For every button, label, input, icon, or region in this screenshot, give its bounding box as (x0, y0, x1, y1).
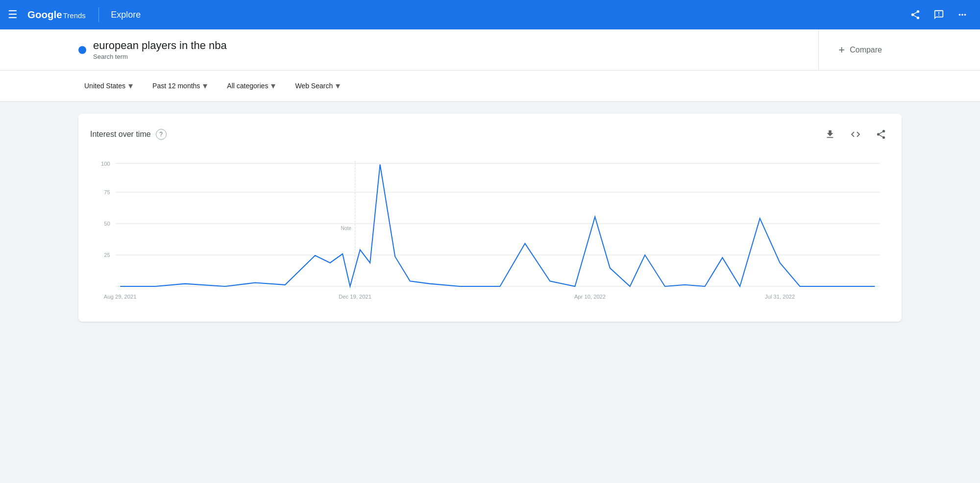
time-filter[interactable]: Past 12 months ▾ (147, 76, 213, 95)
svg-text:Jul 31, 2022: Jul 31, 2022 (765, 293, 795, 299)
svg-text:Note: Note (341, 226, 351, 231)
chart-area: 100 75 50 25 Note Aug 29, 2021 Dec 19, 2… (90, 153, 890, 310)
time-label: Past 12 months (152, 82, 200, 90)
embed-button[interactable] (847, 126, 864, 143)
share-button[interactable] (906, 5, 925, 25)
menu-icon[interactable]: ☰ (8, 8, 18, 21)
time-chevron-icon: ▾ (203, 80, 207, 91)
search-term-type: Search term (93, 53, 227, 60)
svg-text:Aug 29, 2021: Aug 29, 2021 (104, 293, 137, 299)
search-section: european players in the nba Search term … (0, 29, 980, 71)
compare-label: Compare (850, 46, 882, 54)
filter-bar: United States ▾ Past 12 months ▾ All cat… (0, 71, 980, 102)
header: ☰ Google Trends Explore (0, 0, 980, 29)
search-term-title: european players in the nba (93, 39, 227, 52)
search-type-chevron-icon: ▾ (336, 80, 340, 91)
svg-text:Dec 19, 2021: Dec 19, 2021 (339, 293, 371, 299)
feedback-button[interactable] (929, 5, 949, 25)
search-term-box: european players in the nba Search term (78, 29, 819, 70)
svg-text:Apr 10, 2022: Apr 10, 2022 (574, 293, 606, 299)
apps-button[interactable] (953, 5, 972, 25)
chart-title: Interest over time (90, 130, 151, 139)
chart-header: Interest over time ? (90, 126, 890, 143)
svg-text:Google: Google (27, 9, 62, 20)
category-filter[interactable]: All categories ▾ (221, 76, 281, 95)
chart-actions (821, 126, 890, 143)
category-chevron-icon: ▾ (271, 80, 275, 91)
header-divider (98, 7, 99, 22)
main-content: Interest over time ? (0, 102, 980, 333)
chart-svg: 100 75 50 25 Note Aug 29, 2021 Dec 19, 2… (90, 153, 890, 310)
search-type-label: Web Search (295, 82, 333, 90)
svg-text:75: 75 (104, 189, 110, 195)
explore-label: Explore (111, 10, 141, 20)
google-trends-logo[interactable]: Google Trends (27, 8, 87, 22)
svg-text:25: 25 (104, 252, 110, 258)
download-button[interactable] (821, 126, 839, 143)
region-label: United States (84, 82, 125, 90)
region-chevron-icon: ▾ (128, 80, 133, 91)
help-icon[interactable]: ? (156, 129, 167, 140)
compare-plus-icon: + (838, 44, 845, 56)
svg-text:Trends: Trends (63, 11, 86, 20)
search-term-dot (78, 46, 86, 54)
share-chart-button[interactable] (872, 126, 890, 143)
header-actions (906, 5, 972, 25)
chart-card: Interest over time ? (78, 114, 902, 322)
svg-text:100: 100 (101, 160, 110, 166)
compare-button[interactable]: + Compare (819, 29, 902, 70)
category-label: All categories (227, 82, 268, 90)
svg-text:50: 50 (104, 221, 110, 227)
chart-title-row: Interest over time ? (90, 129, 167, 140)
search-term-text: european players in the nba Search term (93, 39, 227, 60)
search-type-filter[interactable]: Web Search ▾ (289, 76, 346, 95)
region-filter[interactable]: United States ▾ (78, 76, 139, 95)
